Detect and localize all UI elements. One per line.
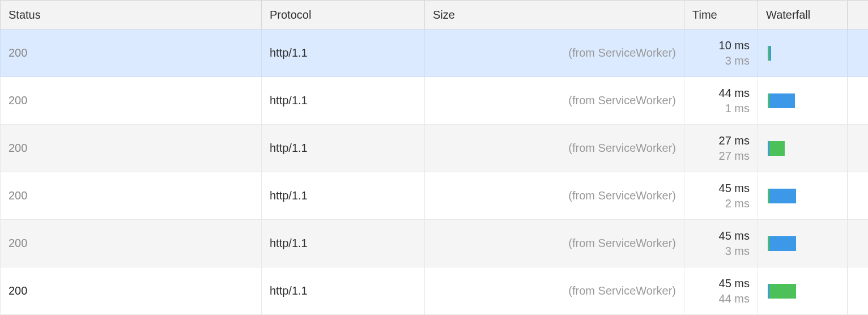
protocol-value: http/1.1 (270, 189, 308, 202)
status-value: 200 (8, 142, 27, 155)
protocol-value: http/1.1 (270, 46, 308, 59)
time-latency: 44 ms (719, 291, 750, 307)
waterfall-track (766, 172, 839, 219)
cell-waterfall (758, 125, 848, 172)
column-header-waterfall[interactable]: Waterfall (758, 0, 848, 29)
cell-protocol: http/1.1 (262, 29, 425, 77)
network-table: Status Protocol Size Time Waterfall 200h… (0, 0, 868, 315)
waterfall-bar (768, 93, 795, 108)
cell-waterfall (758, 172, 848, 220)
cell-tail (848, 125, 868, 172)
protocol-value: http/1.1 (270, 142, 308, 155)
cell-size: (from ServiceWorker) (425, 29, 684, 77)
table-row[interactable]: 200http/1.1(from ServiceWorker)45 ms44 m… (0, 267, 868, 315)
cell-tail (848, 29, 868, 77)
cell-time: 27 ms27 ms (684, 125, 758, 172)
cell-status: 200 (0, 125, 262, 172)
cell-status: 200 (0, 172, 262, 220)
size-value: (from ServiceWorker) (568, 189, 676, 202)
time-total: 45 ms (719, 228, 750, 244)
time-latency: 27 ms (719, 148, 750, 164)
protocol-value: http/1.1 (270, 237, 308, 250)
column-header-size[interactable]: Size (425, 0, 684, 29)
cell-time: 45 ms44 ms (684, 267, 758, 315)
status-value: 200 (8, 237, 27, 250)
waterfall-bar (768, 236, 796, 251)
time-latency: 3 ms (725, 53, 750, 69)
time-total: 45 ms (719, 276, 750, 291)
cell-size: (from ServiceWorker) (425, 172, 684, 220)
table-row[interactable]: 200http/1.1(from ServiceWorker)44 ms1 ms (0, 77, 868, 125)
cell-waterfall (758, 220, 848, 267)
time-total: 27 ms (719, 133, 750, 148)
waterfall-track (766, 77, 839, 124)
protocol-value: http/1.1 (270, 284, 308, 297)
cell-size: (from ServiceWorker) (425, 267, 684, 315)
cell-protocol: http/1.1 (262, 172, 425, 220)
cell-time: 44 ms1 ms (684, 77, 758, 125)
cell-time: 45 ms2 ms (684, 172, 758, 220)
waterfall-track (766, 267, 839, 314)
status-value: 200 (8, 284, 27, 297)
table-row[interactable]: 200http/1.1(from ServiceWorker)27 ms27 m… (0, 125, 868, 172)
waterfall-bar (768, 189, 796, 203)
column-header-protocol[interactable]: Protocol (262, 0, 425, 29)
cell-protocol: http/1.1 (262, 267, 425, 315)
protocol-value: http/1.1 (270, 94, 308, 107)
waterfall-track (766, 125, 839, 172)
cell-protocol: http/1.1 (262, 77, 425, 125)
status-value: 200 (8, 94, 27, 107)
cell-tail (848, 267, 868, 315)
time-latency: 2 ms (725, 196, 750, 211)
waterfall-track (766, 220, 839, 267)
size-value: (from ServiceWorker) (568, 142, 676, 155)
cell-waterfall (758, 29, 848, 77)
time-stack: 44 ms1 ms (719, 86, 750, 116)
waterfall-bar (768, 284, 796, 299)
time-stack: 45 ms2 ms (719, 181, 750, 211)
column-header-time[interactable]: Time (684, 0, 758, 29)
time-stack: 10 ms3 ms (719, 38, 750, 69)
time-stack: 27 ms27 ms (719, 133, 750, 164)
column-header-status[interactable]: Status (0, 0, 262, 29)
table-header-row: Status Protocol Size Time Waterfall (0, 0, 868, 29)
size-value: (from ServiceWorker) (568, 237, 676, 250)
cell-tail (848, 220, 868, 267)
cell-status: 200 (0, 267, 262, 315)
table-row[interactable]: 200http/1.1(from ServiceWorker)10 ms3 ms (0, 29, 868, 77)
cell-waterfall (758, 77, 848, 125)
cell-waterfall (758, 267, 848, 315)
time-stack: 45 ms44 ms (719, 276, 750, 307)
waterfall-bar (768, 141, 785, 156)
waterfall-track (766, 29, 839, 76)
size-value: (from ServiceWorker) (568, 284, 676, 297)
cell-status: 200 (0, 220, 262, 267)
column-header-tail (848, 0, 868, 29)
size-value: (from ServiceWorker) (568, 46, 676, 59)
size-value: (from ServiceWorker) (568, 94, 676, 107)
cell-tail (848, 172, 868, 220)
status-value: 200 (8, 189, 27, 202)
cell-status: 200 (0, 29, 262, 77)
cell-time: 10 ms3 ms (684, 29, 758, 77)
table-row[interactable]: 200http/1.1(from ServiceWorker)45 ms3 ms (0, 220, 868, 267)
cell-size: (from ServiceWorker) (425, 220, 684, 267)
time-total: 44 ms (719, 86, 750, 101)
cell-protocol: http/1.1 (262, 220, 425, 267)
cell-size: (from ServiceWorker) (425, 125, 684, 172)
cell-time: 45 ms3 ms (684, 220, 758, 267)
time-latency: 3 ms (725, 244, 750, 259)
cell-protocol: http/1.1 (262, 125, 425, 172)
waterfall-bar (768, 46, 771, 61)
status-value: 200 (8, 46, 27, 59)
time-total: 10 ms (719, 38, 750, 53)
table-row[interactable]: 200http/1.1(from ServiceWorker)45 ms2 ms (0, 172, 868, 220)
cell-status: 200 (0, 77, 262, 125)
cell-tail (848, 77, 868, 125)
time-total: 45 ms (719, 181, 750, 196)
cell-size: (from ServiceWorker) (425, 77, 684, 125)
time-stack: 45 ms3 ms (719, 228, 750, 259)
time-latency: 1 ms (725, 101, 750, 116)
